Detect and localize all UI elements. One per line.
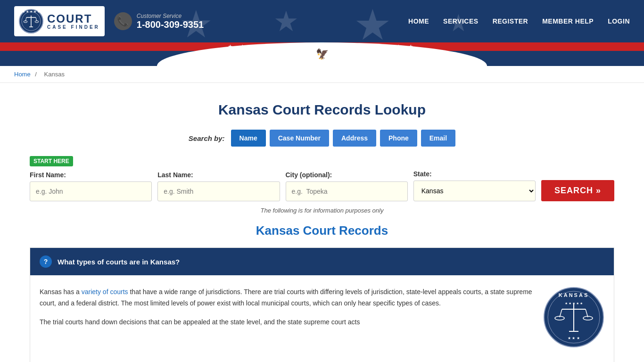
nav-member-help[interactable]: MEMBER HELP (542, 17, 594, 25)
breadcrumb-separator: / (35, 71, 37, 78)
state-field: State: Kansas Alabama Alaska California (413, 170, 536, 201)
faq-para-2: The trial courts hand down decisions tha… (40, 317, 534, 328)
kansas-seal-icon: KANSAS ★ ★ ★ ★ ★ ★ ★ ★ (543, 287, 604, 348)
header-ribbon: ★ ★ ★ 🦅 ★ ★ ★ (0, 42, 644, 66)
tab-phone[interactable]: Phone (380, 130, 417, 147)
info-note: The following is for information purpose… (30, 207, 614, 214)
last-name-field: Last Name: (157, 171, 280, 201)
page-title: Kansas Court Records Lookup (30, 102, 614, 118)
first-name-field: First Name: (30, 171, 152, 201)
cs-label: Customer Service (137, 13, 204, 19)
svg-text:🦅: 🦅 (316, 48, 329, 60)
faq-question-text: What types of courts are in Kansas? (58, 258, 180, 266)
state-select[interactable]: Kansas Alabama Alaska California (413, 181, 536, 201)
start-here-badge: START HERE (30, 156, 73, 166)
faq-para-1: Kansas has a variety of courts that have… (40, 287, 534, 309)
state-label: State: (413, 170, 536, 178)
logo-text: COURT CASE FINDER (47, 13, 100, 30)
search-form: First Name: Last Name: City (optional): … (30, 170, 614, 201)
svg-text:★ ★ ★: ★ ★ ★ (568, 336, 579, 340)
nav-services[interactable]: SERVICES (443, 17, 479, 25)
nav-home[interactable]: HOME (408, 17, 429, 25)
logo-emblem-icon: ★ ★ ★ ★ ★ (19, 9, 43, 33)
variety-of-courts-link[interactable]: variety of courts (82, 288, 128, 296)
search-button[interactable]: SEARCH » (541, 180, 614, 201)
faq-body: Kansas has a variety of courts that have… (30, 275, 614, 362)
svg-text:KANSAS: KANSAS (559, 292, 589, 298)
tab-case-number[interactable]: Case Number (270, 130, 329, 147)
nav-login[interactable]: LOGIN (608, 17, 630, 25)
last-name-label: Last Name: (157, 171, 280, 179)
faq-header[interactable]: ? What types of courts are in Kansas? (30, 248, 614, 275)
cs-phone: 1-800-309-9351 (137, 19, 204, 30)
first-name-input[interactable] (30, 181, 152, 201)
main-content: Kansas Court Records Lookup Search by: N… (16, 83, 628, 362)
city-input[interactable] (286, 181, 408, 201)
phone-icon: 📞 (114, 12, 132, 30)
svg-text:★ ★ ★ ★ ★: ★ ★ ★ ★ ★ (22, 10, 40, 13)
svg-text:★  ★  ★  ★  ★: ★ ★ ★ ★ ★ (565, 302, 583, 305)
tab-address[interactable]: Address (333, 130, 376, 147)
faq-body-text: Kansas has a variety of courts that have… (40, 287, 534, 328)
logo[interactable]: ★ ★ ★ ★ ★ COURT CASE FINDER (14, 6, 105, 36)
tab-email[interactable]: Email (421, 130, 455, 147)
faq-question-icon: ? (40, 255, 52, 268)
faq-text-before-link: Kansas has a (40, 288, 82, 296)
breadcrumb-current: Kansas (44, 71, 65, 78)
first-name-label: First Name: (30, 171, 152, 179)
city-label: City (optional): (286, 171, 408, 179)
search-by-label: Search by: (189, 134, 225, 142)
breadcrumb-home-link[interactable]: Home (14, 71, 31, 78)
customer-service: 📞 Customer Service 1-800-309-9351 (114, 12, 204, 30)
cs-info: Customer Service 1-800-309-9351 (137, 13, 204, 30)
faq-seal-image: KANSAS ★ ★ ★ ★ ★ ★ ★ ★ (543, 287, 604, 352)
last-name-input[interactable] (157, 181, 280, 201)
faq-item: ? What types of courts are in Kansas? Ka… (30, 247, 614, 362)
breadcrumb: Home / Kansas (0, 66, 644, 83)
logo-court-text: COURT (47, 13, 92, 25)
ribbon-eagle-icon: 🦅 (310, 47, 334, 64)
logo-case-finder-text: CASE FINDER (47, 25, 100, 30)
tab-name[interactable]: Name (231, 130, 266, 147)
main-nav: HOME SERVICES REGISTER MEMBER HELP LOGIN (408, 17, 630, 25)
search-by-row: Search by: Name Case Number Address Phon… (30, 130, 614, 147)
header-left: ★ ★ ★ ★ ★ COURT CASE FINDER 📞 Customer S… (14, 6, 204, 36)
city-field: City (optional): (286, 171, 408, 201)
section-title: Kansas Court Records (30, 223, 614, 238)
header: ★ ★ ★ ★ ★ ★ ★ ★ ★ COURT (0, 0, 644, 42)
nav-register[interactable]: REGISTER (493, 17, 528, 25)
